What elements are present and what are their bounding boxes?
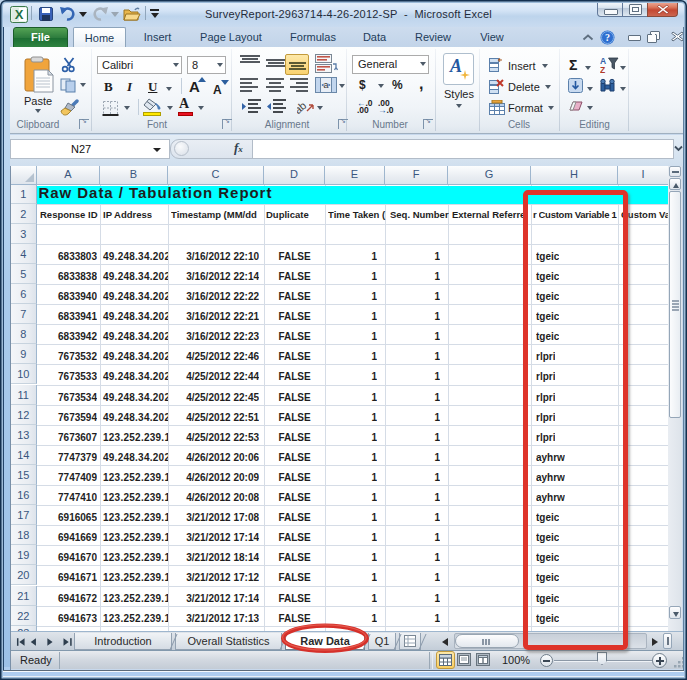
svg-text:?: ? bbox=[605, 32, 610, 43]
svg-text:Z: Z bbox=[600, 65, 605, 74]
svg-text:ab: ab bbox=[297, 99, 309, 115]
svg-text:a: a bbox=[323, 80, 328, 90]
svg-text:X: X bbox=[15, 7, 24, 22]
